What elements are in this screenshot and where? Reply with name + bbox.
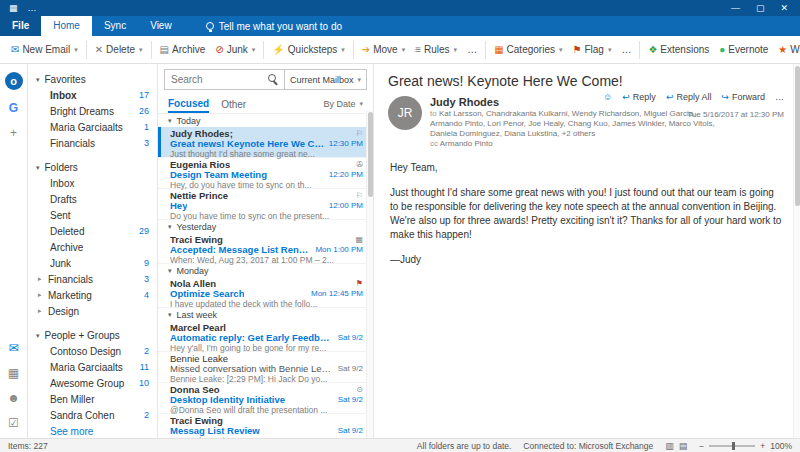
search-input[interactable]: [165, 74, 268, 85]
section-header-people-groups[interactable]: ▾ People + Groups: [28, 328, 157, 343]
avatar[interactable]: JR: [388, 96, 422, 130]
sidebar-item-awesome-group[interactable]: Awesome Group 10: [28, 375, 157, 391]
group-header-yesterday[interactable]: ▾ Yesterday: [158, 220, 373, 233]
mailbox-scope-dropdown[interactable]: Current Mailbox ▾: [284, 70, 366, 89]
divider: [151, 41, 152, 59]
sidebar-item-sandra-cohen[interactable]: Sandra Cohen 2: [28, 407, 157, 423]
mail-module-icon[interactable]: ✉: [8, 341, 18, 355]
minimize-button[interactable]: —: [723, 3, 748, 13]
zoom-slider[interactable]: [709, 445, 755, 447]
tab-file[interactable]: File: [0, 16, 41, 36]
flag-outline-icon[interactable]: ⚐: [356, 191, 363, 201]
sidebar-item-financials[interactable]: Financials 3: [28, 135, 157, 151]
forward-button[interactable]: ↪ Forward: [721, 92, 765, 102]
sidebar-item-design[interactable]: ▸ Design: [28, 303, 157, 319]
chevron-right-icon[interactable]: ▸: [38, 307, 48, 315]
sidebar-item-ben-miller[interactable]: Ben Miller: [28, 391, 157, 407]
group-header-last-week[interactable]: ▾ Last week: [158, 308, 373, 321]
more-commands-button[interactable]: …: [616, 40, 636, 59]
chevron-down-icon: ▾: [36, 76, 40, 84]
outlook-logo[interactable]: o: [5, 72, 23, 90]
sidebar-item-junk[interactable]: Junk 9: [28, 255, 157, 271]
reply-all-button[interactable]: ↩ Reply All: [666, 92, 712, 102]
flag-icon: ⚑: [572, 44, 581, 55]
sidebar-item-inbox[interactable]: Inbox: [28, 175, 157, 191]
reading-view-icon[interactable]: ▥: [665, 441, 674, 451]
reply-button[interactable]: ↩ Reply: [622, 92, 656, 102]
more-actions-button[interactable]: …: [775, 92, 784, 102]
search-icon[interactable]: [268, 74, 279, 85]
new-email-button[interactable]: ✉ New Email ▾: [6, 40, 83, 59]
list-item[interactable]: Nola Allen⚑ Optimize SearchMon 12:45 PM …: [158, 277, 373, 308]
tab-other[interactable]: Other: [221, 95, 246, 112]
list-item[interactable]: Bennie Leake Missed conversation with Be…: [158, 352, 373, 383]
quick-access-icon[interactable]: ▦: [4, 3, 23, 13]
sidebar-item-bright-dreams[interactable]: Bright Dreams 26: [28, 103, 157, 119]
list-item[interactable]: Nettie Prince⚐ Hey12:00 PM Do you have t…: [158, 189, 373, 220]
see-more-link[interactable]: See more: [28, 423, 157, 438]
sidebar-item-marketing[interactable]: ▸ Marketing 4: [28, 287, 157, 303]
group-header-monday[interactable]: ▾ Monday: [158, 264, 373, 277]
google-account-icon[interactable]: G: [9, 101, 18, 115]
zoom-slider-thumb[interactable]: [732, 442, 735, 450]
list-item[interactable]: Traci Ewing▦ Accepted: Message List Rend…: [158, 233, 373, 264]
tasks-module-icon[interactable]: ☑: [8, 416, 19, 430]
rules-button[interactable]: ≡ Rules ▾: [410, 40, 462, 59]
zoom-in-icon[interactable]: +: [760, 441, 765, 451]
people-module-icon[interactable]: ☻: [7, 391, 20, 405]
junk-button[interactable]: ⊘ Junk ▾: [210, 40, 260, 59]
chevron-right-icon[interactable]: ▸: [38, 291, 48, 299]
tell-me-box[interactable]: Tell me what you want to do: [196, 16, 352, 36]
chevron-right-icon[interactable]: ▸: [38, 275, 48, 283]
sort-dropdown[interactable]: By Date ▾: [323, 99, 363, 109]
tab-view[interactable]: View: [138, 16, 184, 36]
sidebar-item-deleted[interactable]: Deleted 29: [28, 223, 157, 239]
calendar-module-icon[interactable]: ▦: [8, 366, 19, 380]
list-item[interactable]: Donna Seo⊙ Desktop Identity InitiativeSa…: [158, 383, 373, 414]
more-commands-button[interactable]: …: [462, 40, 482, 59]
like-button[interactable]: ☺: [603, 92, 612, 102]
flag-outline-icon[interactable]: ⚐: [356, 129, 363, 139]
scrollbar-thumb[interactable]: [368, 112, 373, 197]
reading-pane-scrollbar[interactable]: [793, 64, 800, 438]
extensions-button[interactable]: ❖ Extensions: [643, 40, 714, 59]
archive-button[interactable]: ▤ Archive: [155, 40, 211, 59]
normal-view-icon[interactable]: ▤: [679, 441, 688, 451]
categories-icon: ▦: [494, 44, 503, 55]
sidebar-item-maria-garciaalts[interactable]: Maria Garciaalts 1: [28, 119, 157, 135]
sidebar-item-financials[interactable]: ▸ Financials 3: [28, 271, 157, 287]
sidebar-item-sent[interactable]: Sent: [28, 207, 157, 223]
move-button[interactable]: ➔ Move ▾: [357, 40, 410, 59]
flag-button[interactable]: ⚑ Flag ▾: [567, 40, 616, 59]
section-header-favorites[interactable]: ▾ Favorites: [28, 72, 157, 87]
sidebar-item-drafts[interactable]: Drafts: [28, 191, 157, 207]
chevron-down-icon: ▾: [454, 46, 458, 54]
group-header-today[interactable]: ▾ Today: [158, 114, 373, 127]
quicksteps-button[interactable]: ⚡ Quicksteps ▾: [267, 40, 349, 59]
sidebar-item-maria-garciaalts-group[interactable]: Maria Garciaalts 11: [28, 359, 157, 375]
message-list-scrollbar[interactable]: [366, 110, 373, 438]
tab-focused[interactable]: Focused: [168, 94, 209, 113]
maximize-button[interactable]: ▢: [748, 3, 773, 13]
categories-button[interactable]: ▦ Categories ▾: [489, 40, 567, 59]
list-item[interactable]: Eugenia Rios✇ Design Team Meeting12:20 P…: [158, 158, 373, 189]
scrollbar-thumb[interactable]: [795, 66, 800, 206]
tab-sync[interactable]: Sync: [92, 16, 138, 36]
quick-access-more-icon[interactable]: …: [23, 3, 42, 13]
list-item[interactable]: Marcel Pearl Automatic reply: Get Early …: [158, 321, 373, 352]
list-item[interactable]: Judy Rhodes;⚐ Great news! Keynote Here W…: [158, 127, 373, 158]
wunderlist-button[interactable]: ★ Wunderlist ▾: [773, 40, 800, 59]
add-account-icon[interactable]: +: [10, 126, 17, 140]
evernote-button[interactable]: ● Evernote: [714, 40, 773, 59]
flag-icon[interactable]: ⚑: [356, 279, 363, 289]
sidebar-item-contoso-design[interactable]: Contoso Design 2: [28, 343, 157, 359]
tab-home[interactable]: Home: [41, 16, 92, 36]
sidebar-item-inbox[interactable]: Inbox 17: [28, 87, 157, 103]
zoom-level[interactable]: 100%: [770, 441, 792, 451]
delete-button[interactable]: ✕ Delete ▾: [90, 40, 148, 59]
list-item[interactable]: Traci Ewing Messag List ReviewSat 9/2 Do…: [158, 414, 373, 438]
sidebar-item-archive[interactable]: Archive: [28, 239, 157, 255]
section-header-folders[interactable]: ▾ Folders: [28, 160, 157, 175]
zoom-out-icon[interactable]: −: [699, 441, 704, 451]
close-button[interactable]: ✕: [772, 3, 796, 13]
